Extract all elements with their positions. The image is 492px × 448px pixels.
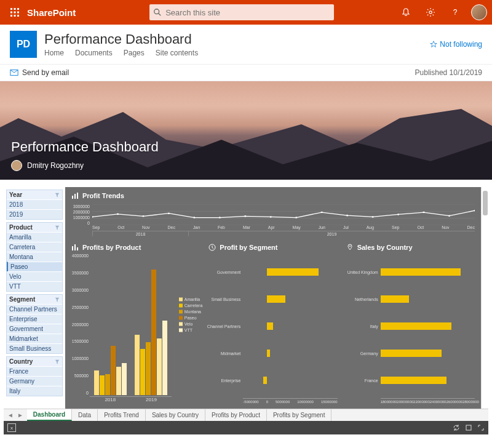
slicer-item[interactable]: Montana [7, 252, 62, 262]
svg-point-22 [117, 214, 119, 215]
suite-brand[interactable]: SharePoint [27, 7, 76, 18]
svg-point-29 [295, 217, 297, 218]
help-icon: ? [450, 7, 460, 17]
svg-rect-2 [17, 8, 19, 10]
slicer-item[interactable]: 2019 [7, 209, 62, 219]
send-by-email-button[interactable]: Send by email [10, 68, 69, 77]
pin-icon [346, 244, 354, 251]
svg-point-34 [423, 212, 425, 214]
slicer-item[interactable]: 2018 [7, 199, 62, 209]
panel-profit-by-segment[interactable]: Profit by Segment GovernmentSmall Busine… [205, 241, 339, 406]
svg-point-41 [349, 246, 351, 247]
svg-rect-0 [10, 8, 12, 10]
slicer-product-label: Product [9, 224, 33, 231]
slicer-item[interactable]: Germany [7, 376, 62, 386]
sheet-tab[interactable]: Dashboard [27, 409, 72, 421]
charts-area: Profit Trends 3000000200000010000000 Sep… [65, 187, 488, 409]
slicer-item[interactable]: VTT [7, 281, 62, 291]
search-box[interactable] [149, 4, 334, 20]
slicer-item[interactable]: Italy [7, 386, 62, 396]
slicer-item[interactable]: Enterprise [7, 314, 62, 324]
panel-title-product: Profits by Product [82, 244, 141, 251]
slicer-year-label: Year [9, 191, 22, 198]
panel-profit-trends[interactable]: Profit Trends 3000000200000010000000 Sep… [68, 190, 477, 239]
search-input[interactable] [165, 8, 330, 17]
slicer-product[interactable]: Product AmarillaCarreteraMontanaPaseoVel… [6, 222, 63, 292]
panel-title-segment: Profit by Segment [220, 244, 277, 251]
slicer-country[interactable]: Country FranceGermanyItaly [6, 356, 63, 396]
svg-rect-39 [77, 247, 78, 250]
svg-rect-38 [74, 244, 76, 250]
svg-point-32 [372, 216, 374, 218]
help-button[interactable]: ? [446, 4, 464, 21]
sheet-tab[interactable]: Sales by Country [146, 409, 205, 421]
nav-home[interactable]: Home [44, 49, 64, 57]
chart-icon [71, 192, 79, 199]
slicer-item[interactable]: Paseo [7, 262, 62, 271]
excel-embed: Year 20182019 Product AmarillaCarreteraM… [4, 187, 488, 434]
slicer-item[interactable]: Small Business [7, 343, 62, 353]
info-icon[interactable] [465, 424, 472, 431]
slicer-item[interactable]: Amarilla [7, 232, 62, 242]
svg-point-33 [397, 214, 399, 215]
user-avatar[interactable] [471, 4, 487, 20]
slicer-item[interactable]: Carretera [7, 242, 62, 252]
follow-label: Not following [440, 40, 482, 49]
site-logo[interactable]: PD [10, 31, 37, 58]
svg-point-25 [193, 217, 195, 218]
slicer-segment[interactable]: Segment Channel PartnersEnterpriseGovern… [6, 294, 63, 354]
panel-profits-by-product[interactable]: Profits by Product 400000035000003000000… [68, 241, 202, 406]
sheet-tab[interactable]: Data [72, 409, 98, 421]
svg-rect-15 [74, 194, 76, 199]
sheet-tab[interactable]: Profits Trend [98, 409, 146, 421]
filter-icon [55, 193, 60, 198]
slicer-item[interactable]: France [7, 366, 62, 376]
svg-point-28 [270, 216, 272, 218]
published-date: Published 10/1/2019 [415, 68, 482, 77]
chart-icon [71, 244, 79, 251]
slicer-year[interactable]: Year 20182019 [6, 190, 63, 220]
slicer-item[interactable]: Government [7, 324, 62, 334]
slicer-item[interactable]: Midmarket [7, 334, 62, 343]
slicer-segment-label: Segment [9, 296, 35, 303]
slicer-item[interactable]: Velo [7, 271, 62, 281]
gear-icon [426, 7, 435, 17]
svg-point-35 [448, 215, 450, 217]
app-launcher-button[interactable] [5, 2, 25, 22]
nav-documents[interactable]: Documents [75, 49, 113, 57]
embed-vertical-scrollbar[interactable] [481, 187, 488, 409]
nav-pages[interactable]: Pages [124, 49, 145, 57]
sheet-tab-bar: ◄► DashboardDataProfits TrendSales by Co… [4, 409, 488, 421]
slicer-country-label: Country [9, 358, 33, 365]
svg-rect-16 [77, 193, 78, 199]
svg-rect-6 [10, 15, 12, 17]
suite-bar: SharePoint ? [0, 0, 492, 25]
svg-rect-4 [14, 12, 16, 14]
svg-point-27 [244, 215, 246, 217]
panel-sales-by-country[interactable]: Sales by Country United KingdomNetherlan… [343, 241, 477, 406]
bell-icon [401, 7, 411, 17]
notifications-button[interactable] [397, 4, 415, 21]
fullscreen-icon[interactable] [477, 424, 485, 431]
refresh-icon[interactable] [453, 424, 460, 431]
sheet-nav-arrows[interactable]: ◄► [4, 409, 27, 421]
site-header: PD Performance Dashboard Home Documents … [0, 25, 492, 65]
site-title[interactable]: Performance Dashboard [44, 31, 198, 47]
excel-icon[interactable]: x [7, 423, 16, 432]
svg-rect-37 [72, 246, 73, 250]
page-author: Dmitry Rogozhny [11, 160, 159, 171]
panel-title-country: Sales by Country [357, 244, 413, 251]
svg-point-31 [346, 215, 348, 217]
filter-icon [55, 225, 60, 230]
sheet-tab[interactable]: Profits by Product [205, 409, 267, 421]
page-hero: Performance Dashboard Dmitry Rogozhny [0, 81, 492, 180]
excel-status-bar: x [4, 421, 488, 434]
sheet-tab[interactable]: Profits by Segment [267, 409, 331, 421]
nav-site-contents[interactable]: Site contents [156, 49, 198, 57]
follow-button[interactable]: Not following [430, 40, 482, 49]
svg-point-11 [429, 11, 432, 14]
svg-rect-5 [17, 12, 19, 14]
settings-button[interactable] [422, 4, 439, 21]
svg-rect-3 [10, 12, 12, 14]
slicer-item[interactable]: Channel Partners [7, 304, 62, 314]
